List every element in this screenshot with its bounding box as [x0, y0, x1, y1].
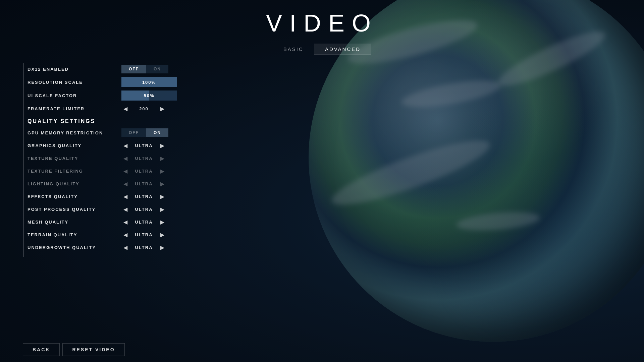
post-process-value: ULTRA [132, 207, 156, 212]
dx12-toggle[interactable]: OFF ON [121, 65, 168, 73]
texture-filtering-left-btn[interactable]: ◀ [121, 167, 129, 175]
effects-quality-left-btn[interactable]: ◀ [121, 193, 129, 200]
resolution-scale-value: 100% [142, 80, 156, 85]
undergrowth-quality-value: ULTRA [132, 245, 156, 250]
texture-quality-right-btn[interactable]: ▶ [158, 155, 166, 162]
setting-undergrowth-quality: UNDERGROWTH QUALITY ◀ ULTRA ▶ [23, 241, 211, 254]
setting-effects-quality: EFFECTS QUALITY ◀ ULTRA ▶ [23, 190, 211, 203]
setting-resolution-scale: RESOLUTION SCALE 100% [23, 75, 211, 89]
undergrowth-quality-selector: ◀ ULTRA ▶ [121, 244, 166, 251]
setting-gpu-memory: GPU MEMORY RESTRICTION OFF ON [23, 126, 211, 139]
effects-quality-selector: ◀ ULTRA ▶ [121, 193, 166, 200]
texture-filtering-right-btn[interactable]: ▶ [158, 167, 166, 175]
texture-quality-left-btn[interactable]: ◀ [121, 155, 129, 162]
gpu-memory-on-btn[interactable]: ON [146, 128, 168, 137]
terrain-quality-right-btn[interactable]: ▶ [158, 231, 166, 239]
gpu-memory-label: GPU MEMORY RESTRICTION [28, 130, 121, 135]
setting-mesh-quality: MESH QUALITY ◀ ULTRA ▶ [23, 216, 211, 228]
texture-filtering-value: ULTRA [132, 169, 156, 174]
tab-basic[interactable]: BASIC [273, 44, 314, 55]
post-process-left-btn[interactable]: ◀ [121, 205, 129, 213]
mesh-quality-value: ULTRA [132, 220, 156, 225]
graphics-quality-right-btn[interactable]: ▶ [158, 142, 166, 149]
terrain-quality-label: TERRAIN QUALITY [28, 232, 121, 237]
texture-filtering-selector: ◀ ULTRA ▶ [121, 167, 166, 175]
resolution-scale-label: RESOLUTION SCALE [28, 80, 121, 85]
ui-scale-value: 50% [144, 93, 154, 98]
framerate-label: FRAMERATE LIMITER [28, 106, 121, 111]
terrain-quality-value: ULTRA [132, 232, 156, 237]
settings-panel: DX12 ENABLED OFF ON RESOLUTION SCALE 100… [23, 63, 211, 257]
setting-texture-filtering: TEXTURE FILTERING ◀ ULTRA ▶ [23, 165, 211, 177]
lighting-quality-right-btn[interactable]: ▶ [158, 180, 166, 188]
resolution-scale-slider[interactable]: 100% [121, 77, 177, 87]
undergrowth-quality-left-btn[interactable]: ◀ [121, 244, 129, 251]
graphics-quality-selector: ◀ ULTRA ▶ [121, 142, 166, 149]
graphics-quality-value: ULTRA [132, 143, 156, 148]
framerate-value: 200 [132, 106, 156, 111]
main-content: VIDEO BASIC ADVANCED DX12 ENABLED OFF ON… [0, 0, 644, 362]
framerate-selector: ◀ 200 ▶ [121, 105, 166, 113]
setting-terrain-quality: TERRAIN QUALITY ◀ ULTRA ▶ [23, 228, 211, 241]
dx12-off-btn[interactable]: OFF [121, 65, 146, 73]
effects-quality-label: EFFECTS QUALITY [28, 194, 121, 199]
post-process-label: POST PROCESS QUALITY [28, 207, 121, 212]
framerate-left-btn[interactable]: ◀ [121, 105, 129, 113]
effects-quality-value: ULTRA [132, 194, 156, 199]
page-title: VIDEO [266, 9, 378, 37]
texture-quality-value: ULTRA [132, 156, 156, 161]
ui-scale-label: UI SCALE FACTOR [28, 93, 121, 98]
antialiasing-left-btn[interactable]: ◀ [121, 256, 129, 257]
setting-dx12-enabled: DX12 ENABLED OFF ON [23, 63, 211, 75]
back-button[interactable]: BACK [23, 343, 60, 356]
antialiasing-right-btn[interactable]: ▶ [158, 256, 166, 257]
undergrowth-quality-right-btn[interactable]: ▶ [158, 244, 166, 251]
gpu-memory-toggle[interactable]: OFF ON [121, 128, 168, 137]
mesh-quality-right-btn[interactable]: ▶ [158, 218, 166, 226]
lighting-quality-value: ULTRA [132, 181, 156, 186]
texture-quality-selector: ◀ ULTRA ▶ [121, 155, 166, 162]
mesh-quality-label: MESH QUALITY [28, 220, 121, 225]
quality-section-header: QUALITY SETTINGS [23, 115, 211, 126]
setting-framerate: FRAMERATE LIMITER ◀ 200 ▶ [23, 102, 211, 115]
bottom-bar: BACK RESET VIDEO [0, 337, 644, 362]
antialiasing-selector: ◀ TAA ▶ [121, 256, 166, 257]
graphics-quality-label: GRAPHICS QUALITY [28, 143, 121, 148]
lighting-quality-selector: ◀ ULTRA ▶ [121, 180, 166, 188]
setting-ui-scale: UI SCALE FACTOR 50% [23, 89, 211, 102]
reset-video-button[interactable]: RESET VIDEO [62, 343, 124, 356]
ui-scale-slider[interactable]: 50% [121, 90, 177, 101]
mesh-quality-selector: ◀ ULTRA ▶ [121, 218, 166, 226]
undergrowth-quality-label: UNDERGROWTH QUALITY [28, 245, 121, 250]
graphics-quality-left-btn[interactable]: ◀ [121, 142, 129, 149]
setting-post-process: POST PROCESS QUALITY ◀ ULTRA ▶ [23, 203, 211, 216]
mesh-quality-left-btn[interactable]: ◀ [121, 218, 129, 226]
lighting-quality-left-btn[interactable]: ◀ [121, 180, 129, 188]
terrain-quality-left-btn[interactable]: ◀ [121, 231, 129, 239]
gpu-memory-off-btn[interactable]: OFF [121, 128, 146, 137]
setting-texture-quality: TEXTURE QUALITY ◀ ULTRA ▶ [23, 152, 211, 165]
setting-graphics-quality: GRAPHICS QUALITY ◀ ULTRA ▶ [23, 139, 211, 152]
dx12-label: DX12 ENABLED [28, 67, 121, 72]
tab-bar: BASIC ADVANCED [268, 44, 376, 55]
setting-antialiasing: ANTIALIASING POST ◀ TAA ▶ [23, 254, 211, 257]
post-process-right-btn[interactable]: ▶ [158, 205, 166, 213]
texture-filtering-label: TEXTURE FILTERING [28, 169, 121, 174]
effects-quality-right-btn[interactable]: ▶ [158, 193, 166, 200]
post-process-selector: ◀ ULTRA ▶ [121, 205, 166, 213]
settings-scroll: DX12 ENABLED OFF ON RESOLUTION SCALE 100… [23, 63, 211, 257]
framerate-right-btn[interactable]: ▶ [158, 105, 166, 113]
setting-lighting-quality: LIGHTING QUALITY ◀ ULTRA ▶ [23, 177, 211, 190]
tab-advanced[interactable]: ADVANCED [314, 44, 371, 55]
terrain-quality-selector: ◀ ULTRA ▶ [121, 231, 166, 239]
lighting-quality-label: LIGHTING QUALITY [28, 181, 121, 186]
dx12-on-btn[interactable]: ON [146, 65, 168, 73]
texture-quality-label: TEXTURE QUALITY [28, 156, 121, 161]
